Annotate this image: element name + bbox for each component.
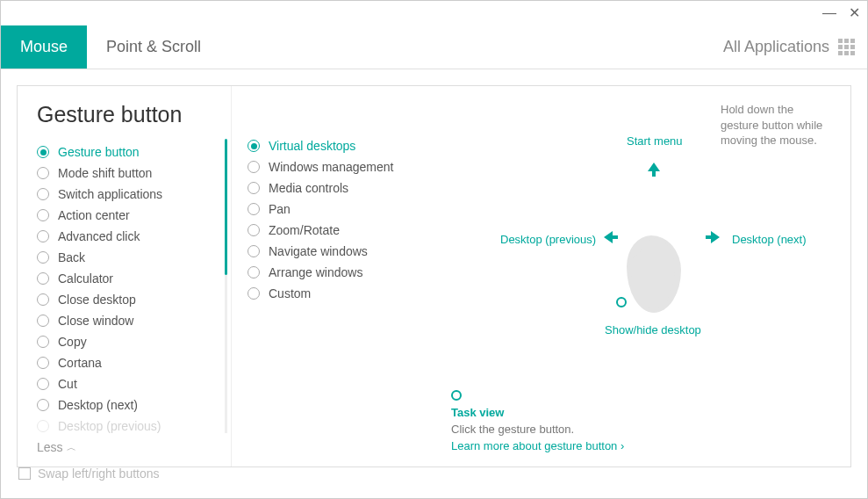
- task-view-icon: [451, 390, 462, 401]
- header: Mouse Point & Scroll All Applications: [1, 25, 867, 69]
- action-item[interactable]: Close desktop: [37, 289, 231, 310]
- scrollbar-track[interactable]: [225, 275, 227, 433]
- mode-label: Virtual desktops: [269, 139, 355, 153]
- action-label: Close window: [58, 314, 133, 328]
- mode-item[interactable]: Arrange windows: [247, 262, 434, 283]
- mode-item[interactable]: Custom: [247, 283, 434, 304]
- action-label: Advanced click: [58, 229, 140, 243]
- mode-item[interactable]: Media controls: [247, 177, 434, 199]
- action-item[interactable]: Back: [37, 247, 231, 268]
- radio-icon: [37, 357, 49, 369]
- minimize-button[interactable]: —: [822, 6, 836, 20]
- mode-label: Media controls: [269, 181, 348, 195]
- action-list[interactable]: Gesture buttonMode shift buttonSwitch ap…: [37, 141, 231, 433]
- gesture-diagram: Start menu Desktop (previous) Desktop (n…: [451, 134, 855, 380]
- radio-icon: [247, 245, 260, 257]
- swap-checkbox[interactable]: [18, 467, 31, 480]
- action-item[interactable]: Desktop (previous): [37, 416, 231, 433]
- action-list-column: Gesture button Gesture buttonMode shift …: [18, 86, 232, 466]
- preview-column: Hold down the gesture button while movin…: [434, 86, 850, 466]
- action-label: Cortana: [58, 356, 102, 370]
- mode-label: Pan: [269, 202, 291, 216]
- action-label: Mode shift button: [58, 166, 152, 180]
- task-view-title: Task view: [451, 406, 624, 419]
- gesture-mode-list[interactable]: Virtual desktopsWindows managementMedia …: [247, 135, 434, 454]
- mode-item[interactable]: Windows management: [247, 156, 434, 177]
- diagram-label-down: Show/hide desktop: [605, 323, 701, 336]
- action-item[interactable]: Desktop (next): [37, 394, 231, 416]
- action-label: Calculator: [58, 271, 113, 286]
- radio-icon: [37, 293, 49, 306]
- action-label: Cut: [58, 377, 77, 391]
- radio-icon: [247, 287, 260, 300]
- mode-item[interactable]: Navigate windows: [247, 241, 434, 262]
- mode-label: Custom: [269, 286, 311, 300]
- mode-label: Navigate windows: [269, 244, 368, 258]
- radio-icon: [37, 146, 49, 158]
- action-item[interactable]: Gesture button: [37, 141, 231, 163]
- mode-item[interactable]: Zoom/Rotate: [247, 220, 434, 241]
- action-label: Gesture button: [58, 145, 140, 159]
- action-item[interactable]: Copy: [37, 331, 231, 352]
- radio-icon: [37, 315, 49, 327]
- radio-icon: [37, 378, 49, 390]
- task-view-desc: Click the gesture button.: [451, 423, 624, 436]
- action-item[interactable]: Action center: [37, 205, 231, 226]
- titlebar: — ✕: [1, 1, 867, 25]
- task-view-info: Task view Click the gesture button. Lear…: [451, 390, 624, 452]
- radio-icon: [247, 140, 260, 152]
- page-title: Gesture button: [37, 102, 231, 127]
- thumb-button-indicator: [616, 297, 627, 307]
- action-item[interactable]: Close window: [37, 310, 231, 331]
- radio-icon: [37, 272, 49, 285]
- mode-item[interactable]: Pan: [247, 199, 434, 220]
- mode-label: Arrange windows: [269, 265, 362, 279]
- radio-icon: [37, 209, 49, 221]
- action-label: Back: [58, 250, 85, 264]
- tab-mouse[interactable]: Mouse: [1, 25, 87, 69]
- swap-label: Swap left/right buttons: [38, 466, 160, 481]
- radio-icon: [37, 399, 49, 411]
- action-item[interactable]: Switch applications: [37, 184, 231, 205]
- radio-icon: [247, 161, 260, 173]
- radio-icon: [37, 251, 49, 264]
- action-item[interactable]: Mode shift button: [37, 163, 231, 184]
- gesture-mode-column: Virtual desktopsWindows managementMedia …: [232, 86, 434, 466]
- radio-icon: [37, 188, 49, 200]
- chevron-up-icon: ︿: [67, 441, 76, 454]
- radio-icon: [37, 420, 49, 432]
- arrow-left-icon: [602, 229, 620, 250]
- tab-point-scroll[interactable]: Point & Scroll: [87, 25, 220, 69]
- mode-label: Windows management: [269, 160, 393, 174]
- action-label: Copy: [58, 335, 87, 349]
- close-button[interactable]: ✕: [849, 6, 860, 20]
- all-applications-button[interactable]: All Applications: [723, 38, 829, 56]
- radio-icon: [247, 266, 260, 278]
- radio-icon: [247, 203, 260, 215]
- mode-item[interactable]: Virtual desktops: [247, 135, 434, 156]
- swap-buttons-row[interactable]: Swap left/right buttons: [18, 466, 160, 481]
- action-item[interactable]: Cortana: [37, 352, 231, 373]
- action-label: Switch applications: [58, 187, 162, 201]
- learn-more-link[interactable]: Learn more about gesture button ›: [451, 439, 624, 452]
- radio-icon: [247, 224, 260, 236]
- mode-label: Zoom/Rotate: [269, 223, 340, 237]
- less-toggle[interactable]: Less ︿: [37, 440, 231, 454]
- action-label: Desktop (previous): [58, 419, 161, 433]
- diagram-label-up: Start menu: [627, 134, 683, 148]
- action-item[interactable]: Cut: [37, 373, 231, 394]
- settings-panel: Gesture button Gesture buttonMode shift …: [17, 85, 851, 467]
- radio-icon: [37, 336, 49, 348]
- action-item[interactable]: Calculator: [37, 268, 231, 289]
- scrollbar-thumb[interactable]: [225, 139, 227, 275]
- diagram-label-left: Desktop (previous): [500, 233, 596, 246]
- diagram-label-right: Desktop (next): [732, 233, 807, 246]
- apps-grid-icon[interactable]: [838, 39, 855, 55]
- action-label: Action center: [58, 208, 130, 222]
- thumb-illustration: [627, 235, 681, 313]
- radio-icon: [247, 182, 260, 194]
- radio-icon: [37, 167, 49, 179]
- action-item[interactable]: Advanced click: [37, 226, 231, 247]
- action-label: Close desktop: [58, 293, 136, 307]
- radio-icon: [37, 230, 49, 242]
